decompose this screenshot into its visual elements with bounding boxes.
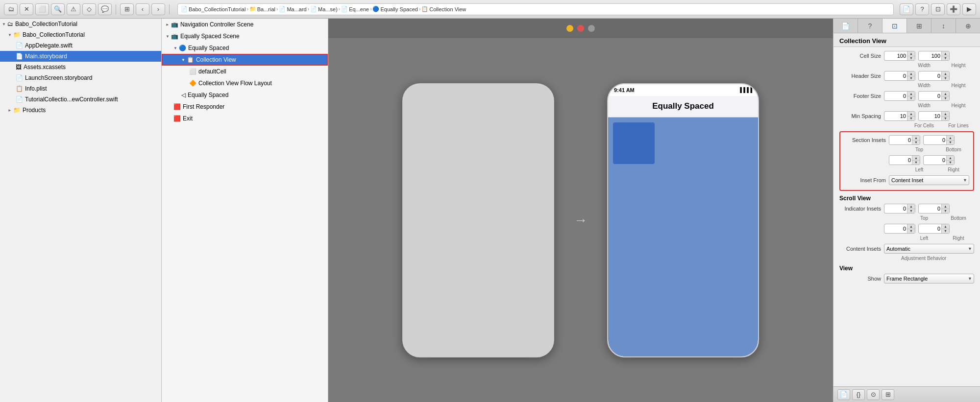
rpanel-tab-identity[interactable]: ⊡: [882, 19, 907, 33]
breadcrumb-label-3: Ma...ard: [287, 6, 306, 12]
inset-from-row: Inset From Content Inset ▼: [844, 175, 969, 185]
bottom-square-btn[interactable]: ⊞: [882, 389, 894, 400]
section-insets-right-stepper: ▲ ▼: [946, 156, 954, 165]
rpanel-tab-file[interactable]: 📄: [833, 19, 858, 33]
rpanel-tab-attributes[interactable]: ⊞: [907, 19, 931, 33]
breadcrumb-item-4[interactable]: 📄 Ma...se): [310, 6, 338, 12]
nav-item-appdelegate[interactable]: 📄 AppDelegate.swift: [0, 40, 161, 51]
bottom-circle-btn[interactable]: ⊙: [867, 389, 880, 400]
min-spacing-cells-wrapper: ▲ ▼: [884, 111, 915, 121]
scene-item-nav-controller[interactable]: ▼ 📺 Navigation Controller Scene: [162, 19, 328, 30]
rpanel-tab-size[interactable]: ↕: [931, 19, 956, 33]
scene-item-equally-spaced-controller[interactable]: ▼ 🔵 Equally Spaced: [162, 42, 328, 54]
section-insets-top-up[interactable]: ▲: [912, 136, 920, 141]
toolbar-warning-button[interactable]: ⚠: [67, 3, 80, 15]
min-spacing-cells-down[interactable]: ▼: [907, 117, 915, 121]
toolbar-diff-button[interactable]: ◇: [82, 3, 96, 15]
toolbar-new-file-button[interactable]: 📄: [900, 3, 913, 15]
indicator-insets-top-up[interactable]: ▲: [907, 204, 915, 209]
scene-item-equally-spaced-scene[interactable]: ▼ 📺 Equally Spaced Scene: [162, 30, 328, 42]
cell-size-height-down[interactable]: ▼: [941, 56, 949, 61]
view-frame-select[interactable]: Frame Rectangle: [884, 274, 974, 284]
toolbar-comment-button[interactable]: 💬: [98, 3, 112, 15]
toolbar-collapse-button[interactable]: ⬜: [35, 3, 49, 15]
right-panel-tabs: 📄 ? ⊡ ⊞ ↕ ⊕: [833, 19, 980, 33]
bottom-json-btn[interactable]: {}: [852, 389, 865, 400]
indicator-insets-top-down[interactable]: ▼: [907, 209, 915, 213]
scene-item-equally-spaced-label[interactable]: ◁ Equally Spaced: [162, 89, 328, 101]
toolbar-search-button[interactable]: 🔍: [51, 3, 65, 15]
min-spacing-lines-down[interactable]: ▼: [941, 117, 949, 121]
min-spacing-cells-up[interactable]: ▲: [907, 112, 915, 117]
rpanel-tab-connections[interactable]: ⊕: [956, 19, 980, 33]
toolbar-library-button[interactable]: ➕: [947, 3, 960, 15]
toolbar-close-button[interactable]: ✕: [20, 3, 33, 15]
toolbar-inspector-button[interactable]: ⊡: [931, 3, 945, 15]
nav-item-project-root[interactable]: ▼ 🗂 Babo_CollectionTutorial: [0, 19, 161, 29]
view-show-row: Show Frame Rectangle ▼: [839, 274, 974, 284]
cell-size-height-up[interactable]: ▲: [941, 51, 949, 56]
breadcrumb-item-6[interactable]: 🔵 Equally Spaced: [372, 6, 417, 12]
toolbar-prev-button[interactable]: ‹: [136, 3, 149, 15]
indicator-insets-bottom-down[interactable]: ▼: [941, 209, 949, 213]
section-insets-bottom-down[interactable]: ▼: [946, 141, 954, 145]
indicator-insets-bottom-up[interactable]: ▲: [941, 204, 949, 209]
file-nav-content: ▼ 🗂 Babo_CollectionTutorial ▼ 📁 Babo_Col…: [0, 19, 161, 402]
toolbar-next-button[interactable]: ›: [151, 3, 165, 15]
nav-item-assets[interactable]: 🖼 Assets.xcassets: [0, 62, 161, 72]
nav-item-main-storyboard[interactable]: 📄 Main.storyboard: [0, 51, 161, 62]
toolbar-back-button[interactable]: 🗂: [4, 3, 18, 15]
nav-item-folder[interactable]: ▼ 📁 Babo_CollectionTutorial: [0, 29, 161, 40]
indicator-insets-right-up[interactable]: ▲: [941, 224, 949, 229]
scene-item-flow-layout[interactable]: 🔶 Collection View Flow Layout: [162, 77, 328, 89]
scene-item-exit[interactable]: 🟥 Exit: [162, 113, 328, 124]
indicator-insets-left-down[interactable]: ▼: [907, 229, 915, 234]
toolbar-grid-button[interactable]: ⊞: [120, 3, 134, 15]
canvas-background[interactable]: → 9:41 AM ▐▐▐▐ Equa: [328, 19, 833, 402]
storyboard-icon: 📄: [16, 53, 23, 60]
header-size-width-up[interactable]: ▲: [907, 71, 915, 76]
cell-size-width-wrapper: ▲ ▼: [884, 51, 915, 61]
footer-size-width-up[interactable]: ▲: [907, 92, 915, 96]
breadcrumb-item-3[interactable]: 📄 Ma...ard: [279, 6, 306, 12]
section-insets-bottom-up[interactable]: ▲: [946, 136, 954, 141]
nav-item-products[interactable]: ▼ 📁 Products: [0, 105, 161, 116]
toolbar-help-button[interactable]: ?: [915, 3, 929, 15]
header-size-height-down[interactable]: ▼: [941, 76, 949, 81]
indicator-insets-left-up[interactable]: ▲: [907, 224, 915, 229]
breadcrumb-item-7[interactable]: 📋 Collection View: [421, 6, 466, 12]
section-insets-right-down[interactable]: ▼: [946, 161, 954, 165]
scene-item-collection-view[interactable]: ▼ 📋 Collection View: [162, 54, 328, 66]
breadcrumb-icon-7: 📋: [421, 6, 428, 12]
header-size-height-up[interactable]: ▲: [941, 71, 949, 76]
bottom-new-file-btn[interactable]: 📄: [837, 389, 850, 400]
content-insets-select[interactable]: Automatic: [884, 244, 974, 254]
min-spacing-lines-up[interactable]: ▲: [941, 112, 949, 117]
rpanel-tab-quick-help[interactable]: ?: [858, 19, 882, 33]
nav-item-launchscreen[interactable]: 📄 LaunchScreen.storyboard: [0, 72, 161, 83]
cell-size-width-down[interactable]: ▼: [907, 56, 915, 61]
cell-size-width-up[interactable]: ▲: [907, 51, 915, 56]
breadcrumb-item-1[interactable]: 📄 Babo_CollectionTutorial: [181, 6, 245, 12]
header-size-width-down[interactable]: ▼: [907, 76, 915, 81]
products-icon: 📁: [13, 107, 21, 114]
section-insets-top-down[interactable]: ▼: [912, 141, 920, 145]
nav-item-infoplist[interactable]: 📋 Info.plist: [0, 83, 161, 94]
min-spacing-lines-stepper: ▲ ▼: [941, 112, 949, 120]
toolbar-run-button[interactable]: ▶: [962, 3, 976, 15]
toolbar-right-buttons: 📄 ? ⊡ ➕ ▶: [900, 3, 976, 15]
nav-item-tutorialcontroller[interactable]: 📄 TutorialCollectio...ewController.swift: [0, 94, 161, 105]
footer-size-height-down[interactable]: ▼: [941, 96, 949, 101]
scene-item-default-cell[interactable]: ⬜ defaultCell: [162, 66, 328, 77]
indicator-insets-right-down[interactable]: ▼: [941, 229, 949, 234]
section-insets-left-up[interactable]: ▲: [912, 156, 920, 161]
inset-from-select[interactable]: Content Inset: [889, 175, 969, 185]
section-insets-left-down[interactable]: ▼: [912, 161, 920, 165]
breadcrumb-item-5[interactable]: 📄 Eq...ene: [341, 6, 369, 12]
section-insets-right-up[interactable]: ▲: [946, 156, 954, 161]
inset-from-value: Content Inset: [891, 177, 923, 183]
footer-size-width-down[interactable]: ▼: [907, 96, 915, 101]
breadcrumb-item-2[interactable]: 📁 Ba...rial: [249, 6, 275, 12]
scene-item-first-responder[interactable]: 🟥 First Responder: [162, 101, 328, 113]
footer-size-height-up[interactable]: ▲: [941, 92, 949, 96]
